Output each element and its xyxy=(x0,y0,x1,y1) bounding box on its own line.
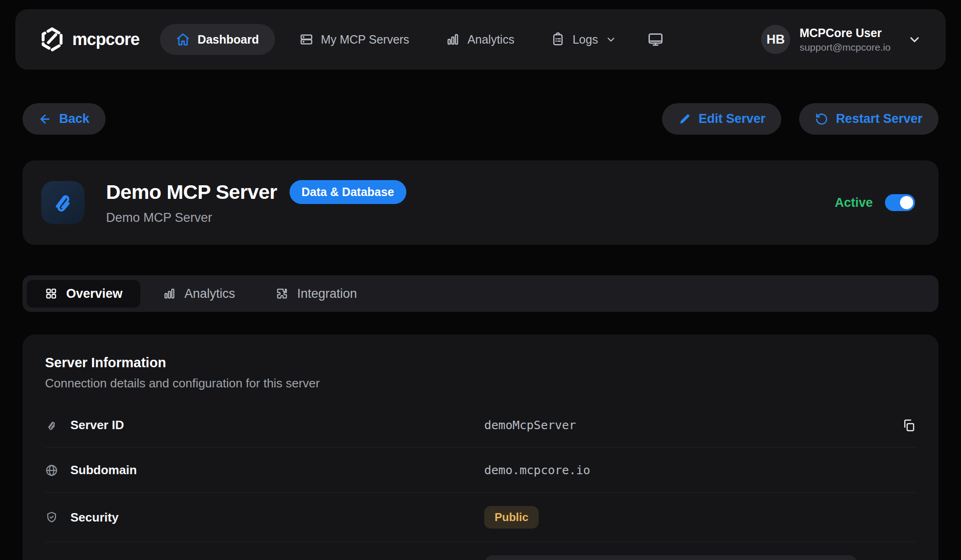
section-subtitle: Connection details and configuration for… xyxy=(45,376,916,391)
nav-item-label: Logs xyxy=(572,33,598,46)
copy-icon[interactable] xyxy=(902,418,916,432)
server-avatar xyxy=(41,181,84,224)
restart-server-button[interactable]: Restart Server xyxy=(799,103,938,135)
server-information-card: Server Information Connection details an… xyxy=(23,334,938,560)
row-label: Subdomain xyxy=(70,463,137,477)
monitor-icon xyxy=(648,31,664,47)
server-title: Demo MCP Server xyxy=(106,181,277,204)
bar-chart-icon xyxy=(163,287,176,300)
top-navbar: mcpcore Dashboard My MCP Servers xyxy=(15,9,946,69)
tab-overview[interactable]: Overview xyxy=(27,280,140,308)
section-title: Server Information xyxy=(45,355,916,371)
brand-logo[interactable]: mcpcore xyxy=(39,27,139,52)
display-mode-button[interactable] xyxy=(641,25,670,54)
puzzle-icon xyxy=(275,287,289,300)
tab-integration[interactable]: Integration xyxy=(258,280,375,308)
mcpcore-logo-icon xyxy=(39,27,65,52)
row-label: Server ID xyxy=(70,418,124,432)
user-name: MCPCore User xyxy=(800,26,891,40)
edit-server-button[interactable]: Edit Server xyxy=(662,103,782,135)
rotate-ccw-icon xyxy=(815,113,828,126)
category-badge: Data & Database xyxy=(290,180,406,204)
nav-item-dashboard[interactable]: Dashboard xyxy=(160,24,275,55)
info-row-endpoint: Endpoint https://demo.mcpcore.io/mcp xyxy=(45,542,916,560)
restart-server-label: Restart Server xyxy=(836,112,923,126)
nav-item-logs[interactable]: Logs xyxy=(539,24,629,55)
server-id-value: demoMcpServer xyxy=(484,418,576,432)
edit-server-label: Edit Server xyxy=(699,112,766,126)
mcp-glyph-icon xyxy=(45,419,58,432)
user-email: support@mcpcore.io xyxy=(800,42,891,53)
user-menu[interactable]: HB MCPCore User support@mcpcore.io xyxy=(761,25,922,54)
tab-label: Integration xyxy=(297,287,357,301)
detail-tabs: Overview Analytics Integration xyxy=(23,275,938,312)
tab-label: Overview xyxy=(66,287,122,301)
server-subtitle: Demo MCP Server xyxy=(106,211,406,225)
nav-item-my-mcp-servers[interactable]: My MCP Servers xyxy=(287,24,421,55)
avatar: HB xyxy=(761,25,790,54)
globe-icon xyxy=(45,464,58,477)
nav-item-label: Dashboard xyxy=(198,33,259,46)
home-icon xyxy=(176,32,190,46)
clipboard-icon xyxy=(551,32,565,46)
subdomain-value: demo.mcpcore.io xyxy=(484,463,590,477)
back-button[interactable]: Back xyxy=(23,103,106,135)
toggle-knob xyxy=(900,196,913,209)
arrow-left-icon xyxy=(38,113,52,126)
chevron-down-icon xyxy=(605,34,617,45)
server-icon xyxy=(299,32,313,46)
chevron-down-icon xyxy=(908,32,922,46)
row-label: Security xyxy=(70,510,119,525)
shield-check-icon xyxy=(45,511,58,524)
active-toggle[interactable] xyxy=(885,194,915,211)
primary-nav: Dashboard My MCP Servers Analytics xyxy=(160,24,670,55)
tab-label: Analytics xyxy=(184,287,235,301)
nav-item-analytics[interactable]: Analytics xyxy=(434,24,526,55)
tab-analytics[interactable]: Analytics xyxy=(145,280,253,308)
grid-icon xyxy=(45,287,58,300)
pencil-icon xyxy=(678,113,691,126)
bar-chart-icon xyxy=(446,32,460,46)
info-row-server-id: Server ID demoMcpServer xyxy=(45,403,916,448)
info-row-security: Security Public xyxy=(45,493,916,542)
info-row-subdomain: Subdomain demo.mcpcore.io xyxy=(45,448,916,493)
nav-item-label: My MCP Servers xyxy=(321,33,409,46)
brand-name: mcpcore xyxy=(72,30,139,49)
server-header-card: Demo MCP Server Data & Database Demo MCP… xyxy=(23,160,938,245)
security-badge: Public xyxy=(484,506,539,529)
nav-item-label: Analytics xyxy=(467,33,514,46)
page-toolbar: Back Edit Server Restart Server xyxy=(23,103,938,135)
mcp-glyph-icon xyxy=(50,189,76,216)
endpoint-url[interactable]: https://demo.mcpcore.io/mcp xyxy=(484,555,857,560)
back-button-label: Back xyxy=(59,112,90,126)
status-label: Active xyxy=(835,196,873,210)
